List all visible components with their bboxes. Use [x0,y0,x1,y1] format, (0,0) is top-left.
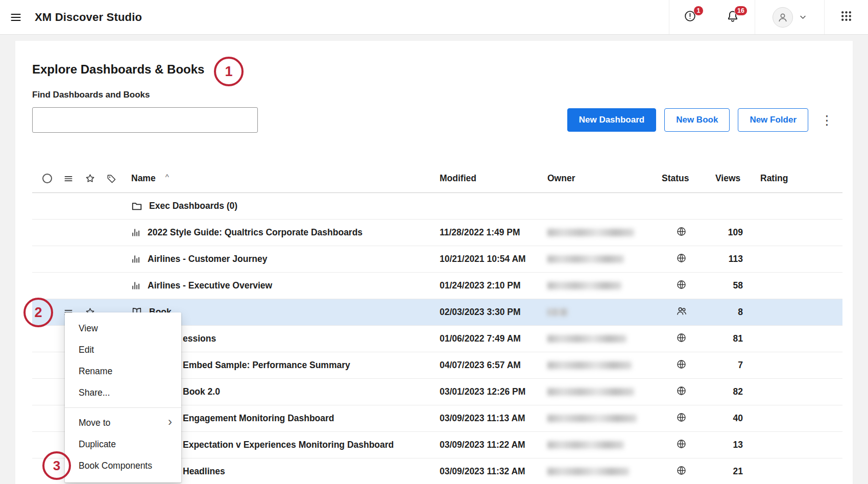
owner-blurred-text [547,441,624,449]
row-owner [544,282,662,289]
globe-icon [676,385,687,399]
row-owner [544,335,662,343]
sort-asc-icon: ^ [165,173,169,181]
row-views: 58 [715,280,756,291]
owner-blurred-text [547,282,621,289]
column-header-status[interactable]: Status [662,173,715,184]
row-modified: 04/07/2023 6:57 AM [440,360,544,371]
row-views: 81 [715,333,756,344]
owner-blurred-text [547,229,634,236]
globe-icon [676,359,687,372]
globe-icon [676,465,687,478]
chart-icon [131,281,141,291]
row-views: 8 [715,307,756,318]
column-header-views[interactable]: Views [715,173,756,184]
column-header-modified[interactable]: Modified [440,173,544,184]
menu-item-rename[interactable]: Rename [65,360,181,382]
column-header-name[interactable]: Name ^ [123,173,440,184]
row-status [662,359,715,372]
menu-item-move-to[interactable]: Move to› [65,412,181,433]
apps-grid-icon [840,10,853,25]
owner-blurred-text [547,255,624,263]
table-row[interactable]: 2022 Style Guide: Qualtrics Corporate Da… [32,220,842,246]
row-status [662,332,715,346]
action-buttons: New Dashboard New Book New Folder ⋮ [567,108,837,132]
avatar [773,7,793,28]
row-modified: 03/09/2023 11:13 AM [440,413,544,424]
search-input[interactable] [32,107,258,133]
row-modified: 03/09/2023 11:22 AM [440,440,544,450]
apps-grid-button[interactable] [824,0,868,34]
column-header-rating[interactable]: Rating [756,173,842,184]
menu-divider [65,407,181,408]
row-owner [544,361,662,369]
row-modified: 11/28/2022 1:49 PM [440,227,544,238]
chart-icon [131,254,141,264]
context-menu: ViewEditRenameShare...Move to›DuplicateB… [65,312,181,482]
alerts-button[interactable]: 1 [669,0,711,34]
row-views: 21 [715,466,756,477]
notifications-button[interactable]: 16 [711,0,755,34]
owner-blurred-text [547,468,629,475]
row-name[interactable]: Airlines - Customer Journey [123,254,440,264]
row-name[interactable]: Airlines - Executive Overview [123,280,440,291]
annotation-circle-1: 1 [214,57,244,86]
table-row[interactable]: Airlines - Customer Journey10/21/2021 10… [32,246,842,273]
row-name[interactable]: 2022 Style Guide: Qualtrics Corporate Da… [123,227,440,238]
more-options-icon[interactable]: ⋮ [816,114,837,127]
annotation-circle-2: 2 [23,298,53,327]
menu-item-edit[interactable]: Edit [65,339,181,360]
row-owner [544,255,662,263]
row-views: 82 [715,386,756,397]
star-icon[interactable] [79,173,101,184]
menu-item-share[interactable]: Share... [65,382,181,403]
row-owner [544,229,662,236]
row-status [662,279,715,293]
globe-icon [676,412,687,425]
account-menu-button[interactable] [755,0,824,34]
row-status [662,253,715,266]
row-modified: 03/01/2023 12:26 PM [440,386,544,397]
owner-blurred-text [547,361,632,369]
row-owner [544,388,662,396]
globe-icon [676,226,687,239]
globe-icon [676,279,687,293]
hamburger-menu-icon[interactable] [0,0,32,34]
tag-icon[interactable] [101,174,122,184]
new-book-button[interactable]: New Book [664,108,730,132]
table-header: Name ^ Modified Owner Status Views Ratin… [32,164,842,193]
page-title: Explore Dashboards & Books [32,61,842,78]
menu-item-book-components[interactable]: Book Components [65,455,181,476]
row-name[interactable]: Exec Dashboards (0) [123,201,440,212]
search-label: Find Dashboards and Books [32,90,842,100]
chevron-down-icon [799,13,807,21]
row-views: 40 [715,413,756,424]
row-modified: 01/06/2022 7:49 AM [440,333,544,344]
row-modified: 01/24/2023 2:10 PM [440,280,544,291]
column-header-owner[interactable]: Owner [544,173,662,184]
header-controls [32,173,123,184]
new-folder-button[interactable]: New Folder [738,108,808,132]
row-status [662,412,715,425]
toolbar: New Dashboard New Book New Folder ⋮ [32,107,842,133]
owner-blurred-text [547,308,568,316]
chevron-right-icon: › [168,416,172,428]
new-dashboard-button[interactable]: New Dashboard [567,108,656,132]
row-owner [544,415,662,422]
row-owner [544,468,662,475]
filter-lines-icon[interactable] [58,174,79,184]
table-row[interactable]: Exec Dashboards (0) [32,193,842,220]
row-views: 109 [715,227,756,238]
row-views: 13 [715,440,756,450]
notifications-badge: 16 [734,6,748,16]
menu-item-view[interactable]: View [65,318,181,339]
table-row[interactable]: Airlines - Executive Overview01/24/2023 … [32,273,842,299]
select-all-circle-icon[interactable] [36,174,58,183]
row-owner [544,441,662,449]
folder-icon [131,201,142,212]
globe-icon [676,253,687,266]
row-modified: 03/09/2023 11:32 AM [440,466,544,477]
menu-item-duplicate[interactable]: Duplicate [65,433,181,455]
annotation-circle-3: 3 [42,451,71,480]
owner-blurred-text [547,335,626,343]
